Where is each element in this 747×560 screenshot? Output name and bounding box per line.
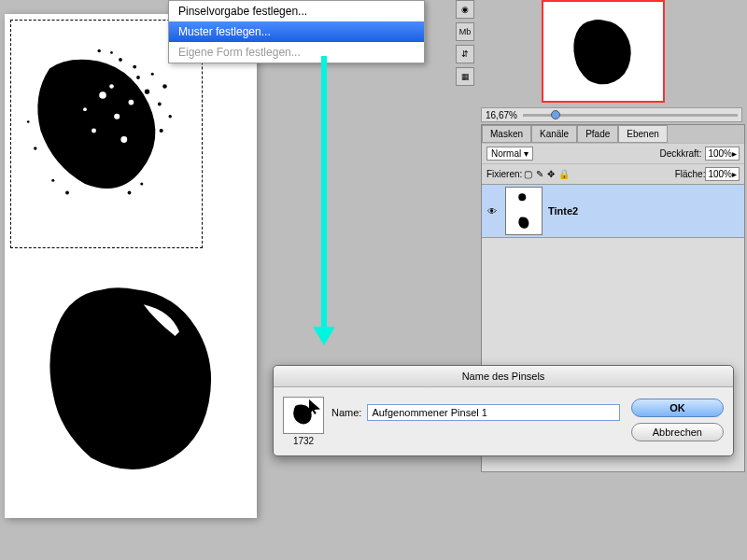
edit-context-menu: Pinselvorgabe festlegen... Muster festle… (168, 0, 425, 63)
svg-point-3 (133, 65, 136, 69)
tool-icon-1[interactable]: ◉ (456, 0, 474, 19)
menu-item-define-pattern[interactable]: Muster festlegen... (169, 21, 424, 42)
svg-point-6 (168, 115, 171, 118)
svg-point-18 (114, 114, 120, 119)
svg-point-14 (51, 179, 54, 182)
svg-point-29 (305, 405, 306, 406)
right-tool-column: ◉ Mb ⇵ ▦ (456, 0, 476, 90)
layer-row[interactable]: 👁 Tinte2 (482, 184, 744, 238)
svg-point-23 (83, 107, 87, 111)
menu-item-define-shape: Eigene Form festlegen... (169, 42, 424, 63)
tool-icon-3[interactable]: ⇵ (456, 45, 474, 63)
brush-name-dialog: Name des Pinsels 1732 Name: OK Abbrechen (273, 365, 734, 456)
name-label: Name: (331, 407, 361, 418)
svg-point-13 (65, 191, 69, 195)
svg-point-12 (140, 182, 143, 185)
zoom-slider[interactable] (523, 114, 738, 117)
opacity-value[interactable]: 100%▸ (705, 147, 740, 161)
svg-point-24 (518, 193, 526, 201)
svg-point-0 (136, 76, 140, 79)
svg-point-4 (151, 73, 154, 76)
fill-value[interactable]: 100%▸ (705, 167, 740, 181)
brush-preview: 1732 (283, 397, 324, 446)
lock-icons[interactable]: ▢✎✥🔒 (522, 169, 571, 179)
svg-point-9 (110, 51, 113, 54)
cancel-button[interactable]: Abbrechen (631, 423, 724, 441)
tab-channels[interactable]: Kanäle (531, 125, 577, 143)
svg-point-1 (145, 90, 149, 94)
svg-point-15 (34, 147, 36, 149)
tool-icon-4[interactable]: ▦ (456, 67, 474, 86)
svg-point-20 (120, 136, 127, 143)
zoom-slider-knob[interactable] (551, 110, 560, 119)
svg-point-19 (92, 129, 96, 133)
fill-label: Fläche: (675, 169, 706, 179)
opacity-label: Deckkraft: (659, 148, 701, 159)
svg-point-17 (99, 91, 106, 99)
annotation-arrow (321, 56, 335, 345)
tab-paths[interactable]: Pfade (577, 125, 618, 143)
svg-point-10 (97, 49, 100, 52)
svg-point-5 (162, 84, 167, 89)
blend-mode-select[interactable]: Normal ▾ (486, 147, 533, 161)
svg-point-25 (524, 195, 525, 196)
ok-button[interactable]: OK (631, 399, 724, 417)
menu-item-define-brush[interactable]: Pinselvorgabe festlegen... (169, 1, 424, 21)
svg-point-8 (119, 58, 122, 62)
svg-point-21 (109, 84, 114, 89)
navigator-zoom-bar: 16,67% (481, 107, 742, 122)
lock-label: Fixieren: (486, 169, 522, 179)
svg-point-27 (307, 408, 308, 409)
tool-icon-2[interactable]: Mb (456, 22, 474, 41)
svg-point-11 (128, 191, 132, 195)
svg-point-26 (526, 197, 527, 198)
visibility-icon[interactable]: 👁 (485, 206, 500, 217)
dialog-title: Name des Pinsels (274, 366, 733, 387)
layer-name[interactable]: Tinte2 (548, 205, 578, 217)
svg-point-7 (160, 129, 163, 133)
ink-blot-solid (28, 257, 238, 499)
brush-name-input[interactable] (367, 404, 619, 421)
panel-tabs: Masken Kanäle Pfade Ebenen (482, 125, 744, 143)
document-canvas[interactable] (5, 14, 257, 518)
tab-layers[interactable]: Ebenen (618, 125, 667, 143)
svg-point-22 (129, 100, 134, 105)
tab-masks[interactable]: Masken (482, 125, 531, 143)
zoom-value: 16,67% (486, 110, 517, 120)
navigator-preview[interactable] (542, 0, 665, 103)
svg-point-2 (158, 103, 162, 106)
svg-point-16 (27, 120, 30, 123)
brush-size: 1732 (283, 436, 324, 446)
ink-blot-scatter (14, 28, 191, 233)
layer-thumbnail (505, 187, 543, 235)
